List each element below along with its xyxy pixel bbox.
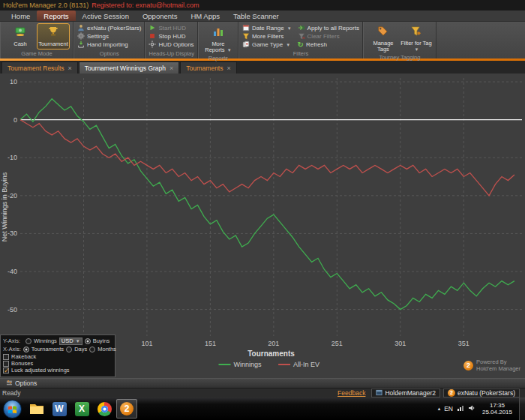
account-status-button[interactable]: 2 exNatu (PokerStars): [443, 388, 520, 398]
chart-area: 100-10-20-30-40-5051101151201251301351To…: [0, 74, 525, 378]
explorer-taskbar-icon[interactable]: [26, 399, 47, 418]
tab-opponents[interactable]: Opponents: [136, 10, 184, 21]
svg-text:-40: -40: [8, 268, 17, 275]
tab-hm-apps[interactable]: HM Apps: [184, 10, 226, 21]
more-reports-button[interactable]: More Reports ▼: [202, 23, 235, 54]
stop-hud-button[interactable]: Stop HUD: [148, 32, 194, 40]
word-icon: W: [52, 402, 67, 416]
windows-flag-icon: [8, 404, 17, 414]
system-tray: ▴ EN 17:3525.04.2015: [438, 398, 525, 420]
excel-icon: X: [75, 402, 89, 416]
window-icon: [376, 389, 382, 398]
game-type-button[interactable]: Game Type ▼: [242, 40, 292, 49]
titlebar: Hold'em Manager 2.0 (8131)Registered to:…: [0, 0, 525, 10]
radio-buyins[interactable]: [85, 338, 91, 344]
checkbox-bonuses[interactable]: [3, 361, 9, 367]
hm2-icon: 2: [448, 389, 455, 397]
tab-home[interactable]: Home: [4, 10, 37, 21]
svg-text:Winnings: Winnings: [234, 361, 262, 368]
svg-text:-10: -10: [8, 154, 17, 161]
tournament-button[interactable]: Tournament: [37, 23, 70, 50]
filter-for-tag-button[interactable]: Filter for Tag ▼: [400, 23, 433, 53]
powered-by: 2 Powered ByHold'em Manager: [464, 359, 520, 372]
checkbox-luck-adjusted[interactable]: [3, 368, 9, 374]
status-ready: Ready: [2, 389, 21, 397]
chrome-icon: [98, 402, 112, 416]
svg-text:All-In EV: All-In EV: [293, 361, 320, 368]
radio-tournaments[interactable]: [23, 346, 29, 352]
settings-button[interactable]: Settings: [77, 32, 141, 40]
cash-button[interactable]: Cash: [4, 23, 37, 50]
language-indicator[interactable]: EN: [444, 405, 453, 412]
date-range-button[interactable]: Date Range ▼: [242, 24, 292, 32]
currency-select[interactable]: USD▼: [59, 338, 82, 345]
tab-reports[interactable]: Reports: [37, 10, 75, 21]
show-desktop-button[interactable]: [519, 398, 525, 420]
hand-importing-button[interactable]: Hand Importing: [77, 40, 141, 49]
doc-tab-tournaments[interactable]: Tournaments ×: [180, 62, 236, 74]
options-button[interactable]: Options: [2, 380, 40, 388]
options-strip: Options: [0, 378, 525, 388]
hud-options-button[interactable]: HUD Options: [148, 40, 194, 49]
svg-text:-30: -30: [8, 230, 17, 237]
close-icon[interactable]: ×: [68, 64, 72, 72]
group-hud: Start HUD Stop HUD HUD Options Heads-Up …: [145, 22, 197, 58]
hm2-logo-icon: 2: [464, 361, 473, 370]
tab-active-session[interactable]: Active Session: [76, 10, 136, 21]
radio-days[interactable]: [66, 346, 72, 352]
clear-filters-button[interactable]: Clear Filters: [298, 32, 359, 40]
luck-adjusted-label[interactable]: Luck adjusted winnings: [11, 367, 70, 374]
group-tourney-tagging: Manage Tags Filter for Tag ▼ Tourney Tag…: [363, 22, 436, 58]
taskbar: W X 2 ▴ EN 17:3525.04.2015: [0, 398, 525, 420]
x-option-days[interactable]: Days: [74, 346, 87, 352]
more-filters-button[interactable]: More Filters: [242, 32, 292, 40]
close-icon[interactable]: ×: [226, 64, 230, 72]
x-option-tournaments[interactable]: Tournaments: [32, 346, 64, 352]
radio-winnings[interactable]: [26, 338, 32, 344]
window-title: Hold'em Manager 2.0 (8131): [3, 2, 88, 9]
y-option-winnings[interactable]: Winnings: [34, 338, 57, 344]
app-button[interactable]: HoldemManager2: [371, 388, 440, 398]
group-label-filters: Filters: [242, 50, 359, 58]
svg-text:351: 351: [458, 340, 470, 347]
chevron-down-icon: ▼: [227, 48, 232, 52]
start-button[interactable]: [3, 400, 22, 418]
network-icon[interactable]: [457, 404, 464, 413]
ribbon: Cash Tournament Game Mode exNatu (PokerS…: [0, 22, 525, 58]
chevron-down-icon: ▼: [287, 26, 292, 31]
svg-text:301: 301: [394, 340, 406, 347]
feedback-link[interactable]: Feedback: [338, 389, 365, 397]
axis-settings-panel: Y-Axis: Winnings USD▼ Buyins X-Axis: Tou…: [0, 334, 116, 377]
start-hud-button[interactable]: Start HUD: [148, 24, 194, 32]
group-game-mode: Cash Tournament Game Mode: [0, 22, 74, 58]
volume-icon[interactable]: [468, 404, 476, 413]
apply-all-reports-button[interactable]: Apply to all Reports: [298, 24, 359, 32]
checkbox-rakeback[interactable]: [3, 354, 9, 360]
tray-expand-icon[interactable]: ▴: [438, 406, 441, 412]
manage-tags-button[interactable]: Manage Tags: [367, 23, 400, 53]
refresh-icon: ↻: [298, 41, 304, 49]
group-label-options: Options: [77, 50, 141, 58]
radio-months[interactable]: [89, 346, 95, 352]
chevron-down-icon: ▼: [414, 47, 418, 52]
doc-tab-tournament-results[interactable]: Tournament Results ×: [2, 62, 78, 74]
chevron-down-icon: ▼: [286, 43, 290, 47]
bonuses-label[interactable]: Bonuses: [11, 360, 33, 367]
doc-tab-winnings-graph[interactable]: Tournament Winnings Graph ×: [79, 62, 179, 74]
y-option-buyins[interactable]: Buyins: [93, 338, 110, 344]
tab-table-scanner[interactable]: Table Scanner: [226, 10, 286, 21]
refresh-button[interactable]: ↻ Refresh: [298, 40, 359, 49]
clock[interactable]: 17:3525.04.2015: [479, 402, 515, 416]
hm2-taskbar-icon[interactable]: 2: [116, 399, 137, 418]
group-options: exNatu (PokerStars) Settings Hand Import…: [74, 22, 145, 58]
account-button[interactable]: exNatu (PokerStars): [77, 24, 141, 32]
group-label-tourney-tagging: Tourney Tagging: [367, 53, 433, 62]
svg-text:201: 201: [268, 340, 279, 347]
rakeback-label[interactable]: Rakeback: [11, 353, 36, 360]
close-icon[interactable]: ×: [170, 64, 173, 72]
gear-icon: [148, 40, 156, 50]
chrome-taskbar-icon[interactable]: [94, 399, 115, 418]
word-taskbar-icon[interactable]: W: [49, 399, 70, 418]
x-option-months[interactable]: Months: [98, 346, 116, 352]
excel-taskbar-icon[interactable]: X: [71, 399, 92, 418]
